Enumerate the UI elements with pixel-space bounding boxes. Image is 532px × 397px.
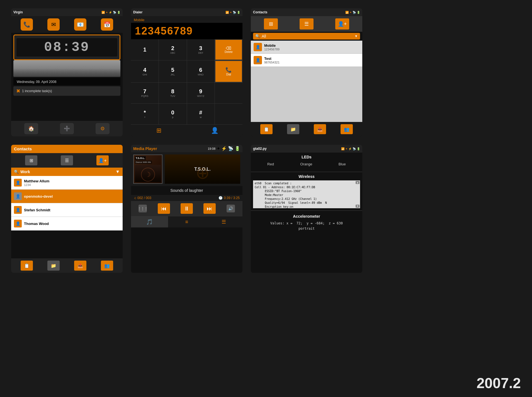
add-contact-btn[interactable]: 👤+ xyxy=(335,18,349,30)
wifi-icon: 📶 xyxy=(345,11,349,14)
home-btn[interactable]: 🏠 xyxy=(24,123,38,134)
queue-icon: ≡ xyxy=(185,219,188,225)
gta02-screen: gta02.py 📶 ✦ ⚡ 📡 🔋 LEDs Red Orange Blue … xyxy=(251,145,362,273)
next-btn[interactable]: ⏭ xyxy=(203,203,216,214)
key-7[interactable]: 7 PQRS xyxy=(131,83,159,104)
dialer-status-bar: Dialer 📶 ✦ 📡 🔋 xyxy=(131,8,242,16)
contact-mobile[interactable]: 👤 Mobile 123456789 xyxy=(251,41,362,54)
work-contact-matthew[interactable]: 👤 Matthew Allum 1234 xyxy=(11,176,123,190)
key-9[interactable]: 9 WXYZ xyxy=(187,83,215,104)
volume-btn[interactable]: 🔊 xyxy=(227,205,235,212)
home-screen: Virgin 📶 ✦ ⚡ 📡 🔋 📞 ✉ 📧 📅 08:39 Wednesday… xyxy=(11,8,123,136)
key-star[interactable]: * + xyxy=(131,104,159,124)
battery-icon: 🔋 xyxy=(237,11,240,14)
key-6[interactable]: 6 MNO xyxy=(187,60,215,82)
grid-view-btn[interactable]: ⊞ xyxy=(264,18,278,30)
contacts-title-label: Contacts xyxy=(253,10,267,14)
song-title-area: Sounds of laughter xyxy=(131,186,242,195)
work-contact-info-matthew: Matthew Allum 1234 xyxy=(24,179,49,187)
work-dropdown-icon[interactable]: ▼ xyxy=(115,169,120,174)
phone-icon-btn[interactable]: 📞 xyxy=(21,18,33,31)
email-icon-btn[interactable]: 📧 xyxy=(74,18,86,31)
work-export-btn[interactable]: 📤 xyxy=(74,261,86,271)
scroll-up-btn[interactable]: ▲ xyxy=(356,181,359,184)
dots-btn[interactable]: ⋮⋮⋮ xyxy=(139,205,147,212)
pause-btn[interactable]: ⏸ xyxy=(181,203,193,214)
key-2[interactable]: 2 ABC xyxy=(159,39,186,60)
work-filter-label: Work xyxy=(20,170,114,174)
clock-display: 08:39 xyxy=(16,38,117,57)
key-3[interactable]: 3 DEF xyxy=(187,39,215,60)
gta-title-label: gta02.py xyxy=(253,147,267,151)
notes-btn[interactable]: 📋 xyxy=(260,124,273,134)
contacts-screen: Contacts 📶 ✦ 📡 🔋 ⊞ ☰ 👤+ 🔍 All ▼ 👤 Mobile xyxy=(251,8,362,136)
list-view-btn[interactable]: ☰ xyxy=(300,18,314,30)
work-notes-btn[interactable]: 📋 xyxy=(21,261,33,271)
key-5[interactable]: 5 JKL xyxy=(159,60,186,82)
message-icon-btn[interactable]: ✉ xyxy=(47,18,60,31)
bt-icon: ✦ xyxy=(345,147,348,150)
keypad-toggle-btn[interactable]: ⊞ xyxy=(131,125,187,136)
work-folder-btn[interactable]: 📁 xyxy=(47,261,60,271)
contacts-list: 👤 Mobile 123456789 👤 Test 987654321 xyxy=(251,41,362,122)
folder-btn[interactable]: 📁 xyxy=(287,124,299,134)
work-top-icons: ⊞ ☰ 👤+ xyxy=(11,153,123,168)
scroll-down-btn[interactable]: ▼ xyxy=(356,205,359,208)
key-hash[interactable]: # w xyxy=(187,104,215,124)
work-search-bar[interactable]: 🔍 Work ▼ xyxy=(11,168,123,176)
work-contact-openmoko[interactable]: 👤 openmoko-devel xyxy=(11,190,123,203)
artist-name: T.S.O.L. xyxy=(194,167,211,172)
group-btn[interactable]: 👥 xyxy=(341,124,353,134)
gta-status-icons: 📶 ✦ ⚡ 📡 🔋 xyxy=(341,147,360,150)
contacts-work-title: Contacts xyxy=(14,146,32,151)
contacts-search-bar[interactable]: 🔍 All ▼ xyxy=(253,33,360,40)
work-avatar-stefan: 👤 xyxy=(14,206,22,214)
delete-btn[interactable]: ⌫ Delete xyxy=(215,40,242,60)
accel-values-text: Values: x = 72; y = -684; z = 630 portra… xyxy=(254,221,359,231)
work-add-btn[interactable]: 👤+ xyxy=(96,155,109,165)
work-contact-thomas[interactable]: 👤 Thomas Wood xyxy=(11,217,123,231)
media-status-bar: Media Player 19:08 ✦ ⚡ 📡 🔋 xyxy=(131,145,242,152)
calendar-icon-btn[interactable]: 📅 xyxy=(101,18,113,31)
media-time: 19:08 xyxy=(208,147,215,150)
usb-icon: ⚡ xyxy=(221,146,227,151)
contact-btn[interactable]: 👤 xyxy=(187,125,242,136)
work-contact-stefan[interactable]: 👤 Stefan Schmidt xyxy=(11,203,123,217)
key-1[interactable]: 1 xyxy=(131,39,159,60)
accel-values: Values: x = 72; y = -684; z = 630 portra… xyxy=(254,221,359,231)
battery-icon: 🔋 xyxy=(117,11,120,14)
wireless-section: Wireless eth0 Scan completed : Cell 01 -… xyxy=(251,173,362,209)
media-queue-btn[interactable]: ≡ xyxy=(168,216,205,227)
app-icons-row: 📞 ✉ 📧 📅 xyxy=(11,16,123,33)
media-player-screen: Media Player 19:08 ✦ ⚡ 📡 🔋 T.S.O.L. Danc… xyxy=(131,145,242,273)
work-group-btn[interactable]: 👥 xyxy=(101,261,113,271)
work-name-thomas: Thomas Wood xyxy=(24,222,49,226)
dropdown-arrow-icon[interactable]: ▼ xyxy=(354,34,358,38)
media-play-btn[interactable]: 🎵 xyxy=(131,216,168,227)
media-playlist-btn[interactable]: ☰ xyxy=(205,216,242,227)
key-4[interactable]: 4 GHI xyxy=(131,60,159,82)
export-btn[interactable]: 📤 xyxy=(314,124,326,134)
media-controls: ⋮⋮⋮ ⏮ ⏸ ⏭ 🔊 xyxy=(131,201,242,216)
track-time-display: 🕐 0:39 / 3:25 xyxy=(218,196,240,200)
work-contact-info-thomas: Thomas Wood xyxy=(24,222,49,226)
gta-divider-1 xyxy=(251,172,362,172)
work-grid-btn[interactable]: ⊞ xyxy=(25,155,37,165)
key-empty-r4 xyxy=(215,104,242,124)
usb-icon: ⚡ xyxy=(348,147,352,150)
track-num-text: 002 / 003 xyxy=(137,196,151,200)
track-time-text: 0:39 / 3:25 xyxy=(224,196,240,200)
album-art: T.S.O.L. Dance With Me ☽ xyxy=(133,155,162,184)
dial-btn[interactable]: 📞 Dial xyxy=(215,61,242,82)
contact-test[interactable]: 👤 Test 987654321 xyxy=(251,54,362,67)
key-0[interactable]: 0 p xyxy=(159,104,186,124)
wireless-log-text: eth0 Scan completed : Cell 01 - Address:… xyxy=(255,182,327,208)
prev-btn[interactable]: ⏮ xyxy=(158,203,170,214)
settings-btn[interactable]: ⚙ xyxy=(96,123,110,134)
work-name-stefan: Stefan Schmidt xyxy=(24,208,50,212)
work-list-btn[interactable]: ☰ xyxy=(61,155,73,165)
add-btn[interactable]: ➕ xyxy=(60,123,74,134)
work-name-matthew: Matthew Allum xyxy=(24,179,49,183)
key-8[interactable]: 8 TUV xyxy=(159,83,186,104)
contact-info-mobile: Mobile 123456789 xyxy=(264,43,280,51)
